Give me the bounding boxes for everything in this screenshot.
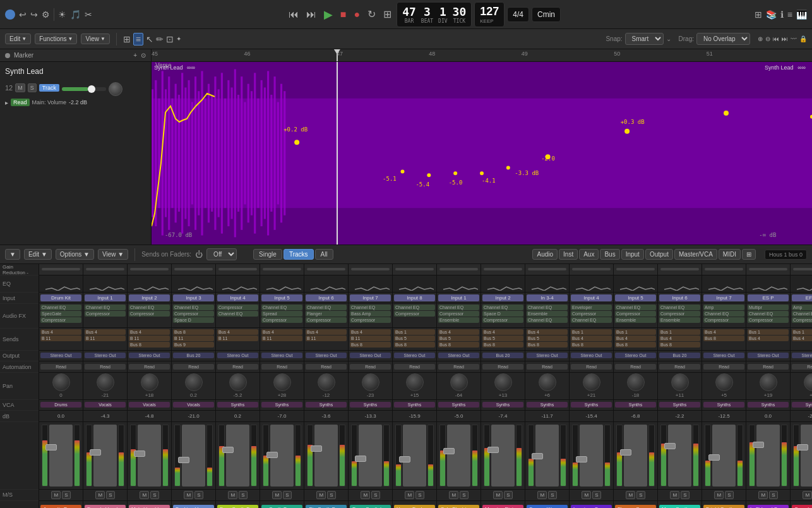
gain-bar-14[interactable] [660,268,699,270]
fader-slider-16[interactable] [756,425,780,487]
send-7-2[interactable]: Bus 8 [350,342,391,348]
fx-4-0[interactable]: Compressor [217,305,258,310]
fader-thumb-5[interactable] [266,452,278,458]
input-badge-8[interactable]: Input 8 [394,294,435,301]
send-1-0[interactable]: Bus 4 [85,329,126,335]
send-0-1[interactable]: B 11 [40,336,81,341]
rewind-btn[interactable]: ⏮ [286,8,301,21]
pointer-icon[interactable]: ↖ [146,34,153,44]
timeline-ruler[interactable]: 45 46 47 48 49 50 51 [152,49,812,62]
send-16-0[interactable]: Bus 1 [748,329,789,335]
piano-icon[interactable]: 🎹 [796,9,807,20]
input-badge-7[interactable]: Input 7 [350,294,391,301]
fx-14-0[interactable]: Channel EQ [659,305,700,310]
master-vca-tab[interactable]: Master/VCA [674,249,717,260]
gain-bar-9[interactable] [439,268,478,270]
output-badge-8[interactable]: Stereo Out [394,353,435,358]
gain-bar-6[interactable] [307,268,345,270]
fx-9-0[interactable]: Channel EQ [438,305,479,310]
snap-options-icon[interactable]: ⌄ [666,35,671,42]
eq-curve-13[interactable] [617,277,655,291]
vca-badge-1[interactable]: Vocals [85,402,126,408]
grid-icon[interactable]: ⊞ [123,34,131,44]
vca-badge-13[interactable]: Synths [615,402,656,408]
mute-btn-14[interactable]: M [670,491,679,499]
solo-btn-3[interactable]: S [194,491,203,499]
fx-9-1[interactable]: Compressor [438,311,479,317]
fx-1-1[interactable]: Compressor [85,311,126,317]
solo-btn-1[interactable]: S [106,491,114,499]
output-badge-17[interactable]: Stereo Out [792,353,812,358]
input-badge-6[interactable]: Input 6 [306,294,347,301]
mute-btn-6[interactable]: M [316,491,326,499]
send-15-0[interactable]: Bus 4 [703,329,744,335]
aux-tab[interactable]: Aux [579,249,599,260]
list-icon[interactable]: ≡ [133,33,143,45]
fast-forward-btn[interactable]: ⏭ [304,8,319,21]
pan-knob-10[interactable] [494,373,512,391]
fader-slider-12[interactable] [580,425,603,487]
auto-badge-7[interactable]: Read [350,364,391,370]
audio-tab[interactable]: Audio [532,249,558,260]
vca-badge-11[interactable]: Synths [527,402,568,408]
output-badge-11[interactable]: Stereo Out [527,353,568,358]
auto-badge-2[interactable]: Read [129,364,170,370]
fx-11-1[interactable]: Ensemble [527,311,568,317]
bus-tab[interactable]: Bus [600,249,619,260]
auto-badge-15[interactable]: Read [703,364,744,370]
lock-icon[interactable]: 🔒 [799,35,807,42]
read-btn[interactable]: Read [11,99,30,106]
vca-badge-7[interactable]: Synths [350,402,391,408]
solo-btn-2[interactable]: S [150,491,158,499]
send-11-1[interactable]: Bus 5 [527,336,568,341]
capture-btn[interactable]: ⊞ [381,7,394,21]
mute-btn-11[interactable]: M [537,491,547,499]
fader-thumb-4[interactable] [222,447,234,453]
solo-btn-5[interactable]: S [283,491,291,499]
eq-curve-6[interactable] [307,277,345,291]
mute-btn-16[interactable]: M [758,491,768,499]
eq-curve-10[interactable] [484,277,522,291]
drag-dropdown[interactable]: No Overlap [696,33,750,45]
solo-btn-9[interactable]: S [460,491,468,499]
undo-icon[interactable]: ↪ [30,9,38,20]
pan-knob-7[interactable] [362,373,379,391]
synth-lead-region[interactable]: Synth Lead ∞∞ Synth Lead ∞∞ [152,62,812,245]
eq-curve-0[interactable] [42,277,80,291]
output-badge-2[interactable]: Stereo Out [129,353,170,358]
library-icon[interactable]: 📚 [766,9,777,20]
pan-knob-2[interactable] [141,373,158,391]
fx-3-2[interactable]: Space D [173,317,214,323]
send-10-0[interactable]: Bus 4 [482,329,523,335]
fader-slider-1[interactable] [93,425,117,487]
time-signature[interactable]: 4/4 [507,7,529,22]
play-btn[interactable]: ▶ [321,6,335,23]
mixer-options-btn[interactable]: Options ▼ [56,249,94,260]
output-badge-3[interactable]: Bus 20 [173,353,214,358]
send-0-0[interactable]: Bus 4 [40,329,81,335]
fx-14-2[interactable]: Ensemble [659,317,700,323]
fader-slider-9[interactable] [447,425,470,487]
fx-11-0[interactable]: Channel EQ [527,305,568,310]
fx-16-1[interactable]: Channel EQ [748,311,789,317]
mute-btn[interactable]: M [15,83,25,92]
send-7-0[interactable]: Bus 4 [350,329,391,335]
send-9-1[interactable]: Bus 5 [438,336,479,341]
input-badge-15[interactable]: Input 7 [703,294,744,301]
fx-7-0[interactable]: Channel EQ [350,305,391,310]
send-9-2[interactable]: Bus 8 [438,342,479,348]
gain-bar-3[interactable] [174,268,213,270]
eq-curve-1[interactable] [87,277,124,291]
output-badge-10[interactable]: Bus 20 [482,353,523,358]
mixer-edit-btn[interactable]: Edit ▼ [24,249,52,260]
input-badge-10[interactable]: Input 2 [482,294,523,301]
output-badge-5[interactable]: Stereo Out [261,353,302,358]
auto-badge-5[interactable]: Read [261,364,302,370]
send-13-1[interactable]: Bus 4 [615,336,656,341]
fader-slider-8[interactable] [403,425,426,487]
midi-tab[interactable]: MIDI [719,249,741,260]
solo-btn[interactable]: S [28,83,37,92]
solo-btn-0[interactable]: S [62,491,70,499]
send-10-2[interactable]: Bus 8 [482,342,523,348]
fader-thumb-11[interactable] [532,453,543,459]
